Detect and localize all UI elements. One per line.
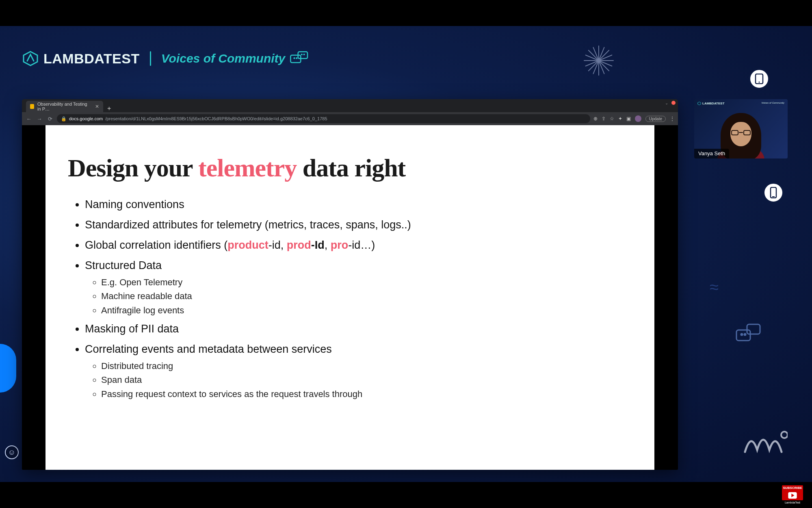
sub-bullet-item: Machine readable data <box>101 289 632 303</box>
reload-button[interactable]: ⟳ <box>46 116 54 122</box>
zoom-icon[interactable]: ⊕ <box>593 116 598 122</box>
sub-bullet-list: Distributed tracing Span data Passing re… <box>85 359 632 401</box>
decorative-flag <box>0 344 16 393</box>
svg-point-3 <box>294 57 295 59</box>
brand-bar: LAMBDATEST Voices of Community <box>22 50 310 67</box>
bullet-item: Global correlation identifiers (product-… <box>85 237 632 254</box>
phone-icon-bubble <box>763 182 784 203</box>
brand-separator <box>150 51 151 66</box>
slides-viewport: Design your telemetry data right Naming … <box>22 125 678 470</box>
sub-bullet-item: Span data <box>101 373 632 387</box>
new-tab-button[interactable]: + <box>103 105 115 112</box>
video-frame: LAMBDATEST Voices of Community <box>0 0 812 508</box>
lambdatest-logo-icon <box>22 50 39 67</box>
tab-title: Observability and Testing in P… <box>37 102 90 111</box>
window-close-icon[interactable] <box>671 101 676 105</box>
browser-window: Observability and Testing in P… ✕ + ⌄ ← … <box>22 99 678 470</box>
bullet-text: -Id <box>311 239 325 251</box>
svg-line-18 <box>599 61 609 71</box>
svg-point-29 <box>741 334 743 335</box>
firework-doodle <box>580 42 617 79</box>
extensions-icon[interactable]: ✦ <box>618 116 622 122</box>
svg-rect-27 <box>736 330 750 341</box>
update-button[interactable]: Update <box>645 116 666 122</box>
highlight: pro <box>331 239 349 251</box>
title-post: data right <box>297 154 405 182</box>
share-icon[interactable]: ⇪ <box>602 116 606 122</box>
series-title: Voices of Community <box>161 50 310 67</box>
bullet-item: Masking of PII data <box>85 321 632 338</box>
svg-line-16 <box>599 50 609 61</box>
squiggle-doodle: ≈ <box>710 278 719 296</box>
title-pre: Design your <box>68 154 198 182</box>
svg-line-15 <box>589 50 599 61</box>
svg-point-5 <box>301 54 303 55</box>
subscribe-label: SUBSCRIBE <box>782 485 803 491</box>
bullet-text: -id…) <box>348 239 375 251</box>
browser-toolbar: ← → ⟳ 🔒 docs.google.com/presentation/d/1… <box>22 112 678 125</box>
sub-bullet-item: Antifragile log events <box>101 304 632 317</box>
letterbox-bottom <box>0 482 812 508</box>
presentation-background: LAMBDATEST Voices of Community <box>0 26 812 482</box>
speaker-webcam: LAMBDATEST Voices of Community Vanya Set… <box>694 99 788 158</box>
profile-avatar[interactable] <box>635 115 641 122</box>
bullet-text: -id, <box>269 239 287 251</box>
url-host: docs.google.com <box>69 116 103 121</box>
tab-strip: Observability and Testing in P… ✕ + ⌄ <box>22 99 678 112</box>
chat-bubbles-icon <box>289 50 310 67</box>
slide-title: Design your telemetry data right <box>68 154 632 182</box>
title-accent: telemetry <box>198 154 297 182</box>
subscribe-badge[interactable]: SUBSCRIBE LambdaTest <box>782 485 803 504</box>
toolbar-icons: ⊕ ⇪ ☆ ✦ ▣ Update ⋮ <box>593 115 675 122</box>
forward-button[interactable]: → <box>36 116 43 122</box>
tabs-caret-icon[interactable]: ⌄ <box>665 101 671 105</box>
address-bar[interactable]: 🔒 docs.google.com/presentation/d/1LNLx0g… <box>57 114 590 123</box>
tablet-icon-bubble <box>749 69 769 89</box>
svg-point-30 <box>744 334 746 335</box>
svg-point-31 <box>781 432 788 438</box>
bookmark-icon[interactable]: ☆ <box>610 116 614 122</box>
webcam-series: Voices of Community <box>762 102 784 104</box>
speaker-name-tag: Vanya Seth <box>694 149 729 158</box>
bullet-item: Structured Data E.g. Open Telemetry Mach… <box>85 257 632 317</box>
letterbox-top <box>0 0 812 26</box>
window-controls: ⌄ <box>665 101 676 105</box>
bullet-item: Naming conventions <box>85 196 632 213</box>
youtube-icon <box>782 491 803 500</box>
svg-rect-28 <box>747 324 760 334</box>
svg-point-8 <box>759 82 760 83</box>
slides-favicon-icon <box>30 104 34 109</box>
brand-logo: LAMBDATEST <box>22 50 140 67</box>
bullet-item: Standardized attributes for telemetry (m… <box>85 217 632 234</box>
sub-bullet-item: Distributed tracing <box>101 359 632 373</box>
sub-bullet-list: E.g. Open Telemetry Machine readable dat… <box>85 276 632 317</box>
webcam-brand: LAMBDATEST <box>697 102 725 105</box>
bullet-text: Correlating events and metadata between … <box>85 343 332 355</box>
subscribe-channel: LambdaTest <box>782 501 803 504</box>
svg-point-4 <box>296 57 298 59</box>
brand-name: LAMBDATEST <box>43 51 140 67</box>
url-path: /presentation/d/1LNLx0gsM4mIm8ES9Br15j56… <box>105 116 327 121</box>
sub-bullet-item: E.g. Open Telemetry <box>101 276 632 289</box>
svg-line-17 <box>589 61 599 71</box>
highlight: product <box>227 239 269 251</box>
kebab-menu-icon[interactable]: ⋮ <box>670 116 675 122</box>
webcam-brand-text: LAMBDATEST <box>702 102 725 105</box>
bullet-text: Global correlation identifiers ( <box>85 239 227 251</box>
tab-close-icon[interactable]: ✕ <box>95 104 99 109</box>
bullet-list: Naming conventions Standardized attribut… <box>68 196 632 401</box>
extension-box-icon[interactable]: ▣ <box>626 116 631 122</box>
back-button[interactable]: ← <box>25 116 32 122</box>
lock-icon: 🔒 <box>61 116 67 122</box>
bullet-item: Correlating events and metadata between … <box>85 341 632 401</box>
svg-point-6 <box>303 54 305 55</box>
browser-tab[interactable]: Observability and Testing in P… ✕ <box>26 101 103 112</box>
highlight: prod <box>287 239 311 251</box>
series-title-text: Voices of Community <box>161 52 286 65</box>
svg-marker-32 <box>698 102 701 105</box>
scribble-doodle <box>743 428 788 466</box>
sub-bullet-item: Passing request context to services as t… <box>101 387 632 401</box>
chat-doodle <box>735 323 763 347</box>
bullet-text: , <box>325 239 331 251</box>
smiley-icon: ☺ <box>5 445 19 459</box>
